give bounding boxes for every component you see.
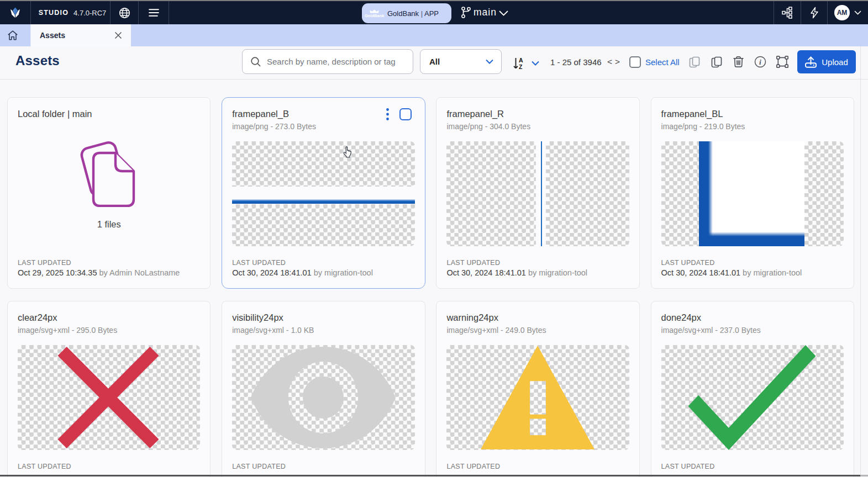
svg-text:Z: Z [519,63,523,70]
svg-text:A: A [519,57,523,63]
svg-text:i: i [759,58,761,66]
